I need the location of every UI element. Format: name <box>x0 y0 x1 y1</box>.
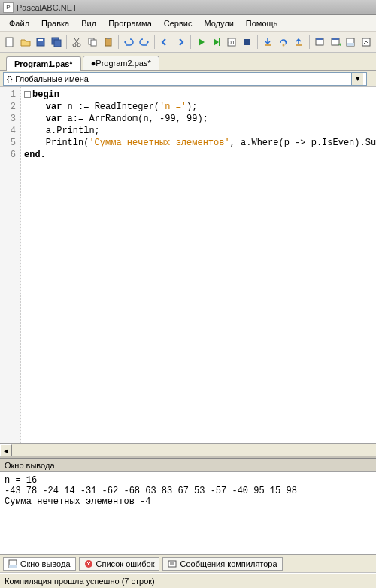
fold-icon[interactable]: - <box>24 91 31 98</box>
menu-help[interactable]: Помощь <box>240 17 284 29</box>
scroll-left-button[interactable]: ◂ <box>0 444 12 456</box>
line-number: 2 <box>2 101 16 113</box>
code-line: a:= ArrRandom(n, -99, 99); <box>62 114 208 124</box>
step-out-button[interactable] <box>292 35 306 50</box>
svg-rect-20 <box>332 38 339 40</box>
code-line: 'n =' <box>159 102 186 112</box>
window-title: PascalABC.NET <box>17 3 77 12</box>
step-over-button[interactable] <box>277 35 291 50</box>
svg-rect-9 <box>105 38 111 46</box>
bottom-tab-output[interactable]: Окно вывода <box>3 557 76 571</box>
bottom-tabs: Окно вывода Список ошибок Сообщения комп… <box>0 555 376 573</box>
error-list-icon <box>84 559 93 568</box>
menu-edit[interactable]: Правка <box>35 17 75 29</box>
horizontal-scrollbar[interactable]: ◂ <box>0 444 376 456</box>
svg-text:+: + <box>338 41 341 47</box>
tab-program2[interactable]: ●Program2.pas* <box>83 56 159 70</box>
bottom-tab-label: Сообщения компилятора <box>180 559 277 568</box>
output-panel-title: Окно вывода <box>0 459 376 472</box>
open-file-button[interactable] <box>19 35 33 50</box>
minimize-output-button[interactable] <box>359 35 373 50</box>
line-number: 5 <box>2 137 16 149</box>
scope-label: Глобальные имена <box>15 74 89 83</box>
nav-forward-button[interactable] <box>173 35 187 50</box>
scope-bar: {} Глобальные имена ▾ <box>0 71 376 87</box>
code-line: var <box>24 114 62 124</box>
step-into-button[interactable] <box>261 35 275 50</box>
code-line: ); <box>186 102 197 112</box>
menubar: Файл Правка Вид Программа Сервис Модули … <box>0 15 376 32</box>
tabbar: Program1.pas* ●Program2.pas* <box>0 53 376 71</box>
bottom-tab-label: Список ошибок <box>96 559 155 568</box>
redo-button[interactable] <box>137 35 151 50</box>
menu-program[interactable]: Программа <box>102 17 158 29</box>
compiler-icon <box>168 559 177 568</box>
output-window-button[interactable] <box>344 35 358 50</box>
new-file-button[interactable] <box>3 35 17 50</box>
menu-file[interactable]: Файл <box>3 17 35 29</box>
nav-back-button[interactable] <box>158 35 172 50</box>
form-designer-button[interactable] <box>313 35 327 50</box>
svg-rect-28 <box>168 561 176 567</box>
line-number: 1 <box>2 89 16 101</box>
svg-rect-16 <box>296 44 302 46</box>
code-line: a.Println; <box>24 126 100 136</box>
line-gutter: 1 2 3 4 5 6 <box>0 87 21 443</box>
compile-button[interactable]: 01 <box>225 35 239 50</box>
copy-button[interactable] <box>86 35 100 50</box>
svg-text:01: 01 <box>229 39 235 46</box>
app-icon: P <box>3 2 14 13</box>
svg-rect-24 <box>362 38 370 46</box>
toolbar: 01 + <box>0 32 376 53</box>
menu-view[interactable]: Вид <box>75 17 102 29</box>
undo-button[interactable] <box>122 35 136 50</box>
svg-point-15 <box>282 44 284 46</box>
svg-rect-2 <box>38 39 43 41</box>
cut-button[interactable] <box>70 35 84 50</box>
statusbar: Компиляция прошла успешно (7 строк) <box>0 573 376 588</box>
tab-program1[interactable]: Program1.pas* <box>6 56 81 71</box>
svg-rect-13 <box>244 39 250 45</box>
toolbar-separator <box>118 35 119 49</box>
code-line: end. <box>24 150 46 160</box>
editor-area[interactable]: 1 2 3 4 5 6 -begin var n := ReadInteger(… <box>0 87 376 444</box>
code-line: var <box>24 102 62 112</box>
svg-rect-0 <box>6 38 13 47</box>
paste-button[interactable] <box>101 35 115 50</box>
svg-rect-23 <box>347 43 354 46</box>
toolbar-separator <box>257 35 258 49</box>
code-line: Println( <box>24 138 89 148</box>
code-line: n := ReadInteger( <box>62 102 159 112</box>
stop-button[interactable] <box>241 35 255 50</box>
bottom-tab-compiler[interactable]: Сообщения компилятора <box>162 557 282 571</box>
save-button[interactable] <box>34 35 48 50</box>
bottom-tab-errors[interactable]: Список ошибок <box>79 557 160 571</box>
bottom-tab-label: Окно вывода <box>20 559 71 568</box>
code-line: 'Сумма нечетных элементов' <box>89 138 229 148</box>
svg-rect-14 <box>265 44 271 46</box>
code-line: , a.Where(p -> p.IsEven).Sum) <box>230 138 376 148</box>
line-number: 3 <box>2 113 16 125</box>
run-button[interactable] <box>194 35 208 50</box>
line-number: 6 <box>2 149 16 161</box>
menu-modules[interactable]: Модули <box>198 17 239 29</box>
save-all-button[interactable] <box>50 35 64 50</box>
svg-rect-26 <box>9 565 17 568</box>
code-line: begin <box>32 89 59 100</box>
svg-rect-8 <box>91 40 96 46</box>
code-editor[interactable]: -begin var n := ReadInteger('n ='); var … <box>21 87 376 443</box>
toolbar-separator <box>66 35 67 49</box>
braces-icon: {} <box>7 74 12 83</box>
run-no-debug-button[interactable] <box>209 35 223 50</box>
new-form-button[interactable]: + <box>328 35 342 50</box>
svg-rect-10 <box>107 38 110 39</box>
svg-rect-18 <box>316 38 323 40</box>
toolbar-separator <box>190 35 191 49</box>
scope-combo[interactable]: {} Глобальные имена ▾ <box>3 72 367 86</box>
toolbar-separator <box>154 35 155 49</box>
output-icon <box>8 559 17 568</box>
menu-service[interactable]: Сервис <box>158 17 199 29</box>
output-panel[interactable]: n = 16 -43 78 -24 14 -31 -62 -68 63 83 6… <box>0 472 376 555</box>
toolbar-separator <box>309 35 310 49</box>
chevron-down-icon: ▾ <box>351 73 363 85</box>
